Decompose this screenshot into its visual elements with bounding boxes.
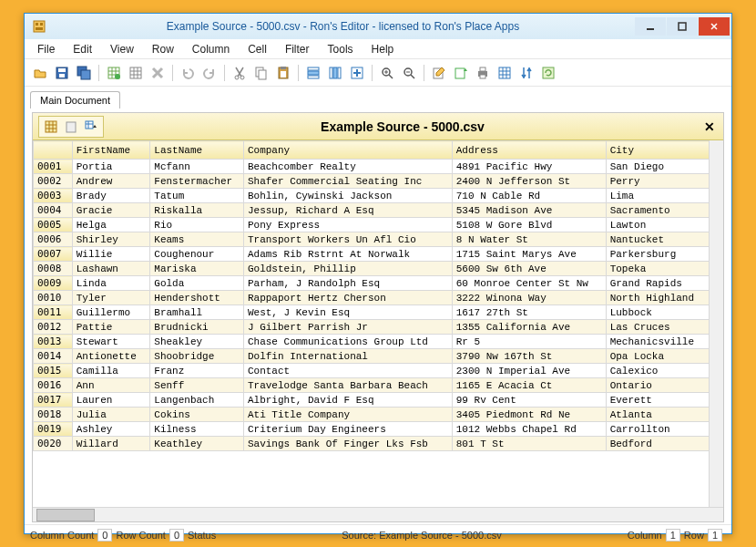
cell[interactable]: Brady (72, 189, 150, 203)
cell[interactable]: Lima (606, 189, 722, 203)
row-number[interactable]: 0018 (34, 408, 73, 422)
minimize-button[interactable] (635, 17, 666, 36)
cell[interactable]: Albright, David F Esq (243, 393, 452, 408)
cell[interactable]: Stewart (72, 335, 150, 349)
cell[interactable]: Shoobridge (150, 349, 244, 364)
cell[interactable]: Lashawn (72, 262, 150, 276)
cell[interactable]: 1012 Webbs Chapel Rd (452, 422, 606, 437)
table-row[interactable]: 0020WillardKeathleySavings Bank Of Finge… (34, 437, 723, 451)
row-number[interactable]: 0008 (34, 262, 73, 276)
cell[interactable]: 2300 N Imperial Ave (452, 364, 606, 378)
maximize-button[interactable] (667, 17, 698, 36)
cell[interactable]: Andrew (72, 174, 150, 189)
cell[interactable]: J Gilbert Parrish Jr (243, 320, 452, 335)
table-row[interactable]: 0014AntionetteShoobridgeDolfin Internati… (34, 349, 723, 364)
cell[interactable]: Atlanta (606, 408, 722, 422)
row-number[interactable]: 0013 (34, 335, 73, 349)
cell[interactable]: Langenbach (150, 393, 244, 408)
row-number[interactable]: 0006 (34, 232, 73, 247)
grid-dropdown-icon[interactable] (83, 119, 99, 135)
document-close-button[interactable]: ✕ (701, 119, 718, 135)
cell[interactable]: Willard (72, 437, 150, 451)
column-header-lastname[interactable]: LastName (150, 141, 244, 160)
cell[interactable]: Willie (72, 247, 150, 262)
delete-icon[interactable] (148, 63, 168, 83)
cell[interactable]: Pony Express (243, 218, 452, 232)
cell[interactable]: Camilla (72, 364, 150, 378)
redo-icon[interactable] (199, 63, 220, 83)
menu-view[interactable]: View (101, 40, 143, 58)
cell[interactable]: Pattie (72, 320, 150, 335)
row-number[interactable]: 0016 (34, 378, 73, 393)
cell[interactable]: Everett (606, 393, 722, 408)
zoom-out-icon[interactable] (399, 63, 419, 83)
menu-row[interactable]: Row (143, 40, 183, 58)
cell[interactable]: Ati Title Company (243, 408, 452, 422)
cell[interactable]: Tyler (72, 291, 150, 305)
cell[interactable]: Transport Workers Un Afl Cio (243, 232, 452, 247)
table-row[interactable]: 0002AndrewFenstermacherShafer Commercial… (34, 174, 723, 189)
cell[interactable]: 1715 Saint Marys Ave (452, 247, 606, 262)
cell[interactable]: Coughenour (150, 247, 244, 262)
insert-col-icon[interactable] (325, 63, 345, 83)
cell[interactable]: Antionette (72, 349, 150, 364)
cell[interactable]: Kilness (150, 422, 244, 437)
cell[interactable]: Parham, J Randolph Esq (243, 276, 452, 291)
table-row[interactable]: 0016AnnSenffTravelodge Santa Barbara Bea… (34, 378, 723, 393)
cell[interactable]: Topeka (606, 262, 722, 276)
cell[interactable]: San Diego (606, 160, 722, 174)
cell[interactable]: Shirley (72, 232, 150, 247)
row-number[interactable]: 0009 (34, 276, 73, 291)
cell[interactable]: Criterium Day Engineers (243, 422, 452, 437)
cell[interactable]: Goldstein, Phillip (243, 262, 452, 276)
cell[interactable]: 5108 W Gore Blvd (452, 218, 606, 232)
table-row[interactable]: 0005HelgaRioPony Express5108 W Gore Blvd… (34, 218, 723, 232)
open-icon[interactable] (30, 63, 50, 83)
table-row[interactable]: 0003BradyTatumBohlin, Cywinski Jackson71… (34, 189, 723, 203)
cell[interactable]: Bedford (606, 437, 722, 451)
paste-icon[interactable] (273, 63, 293, 83)
table-row[interactable]: 0004GracieRiskallaJessup, Richard A Esq5… (34, 203, 723, 218)
cell[interactable]: Portia (72, 160, 150, 174)
cell[interactable]: 3790 Nw 167th St (452, 349, 606, 364)
cell[interactable]: 710 N Cable Rd (452, 189, 606, 203)
print-icon[interactable] (473, 63, 493, 83)
menu-column[interactable]: Column (183, 40, 239, 58)
menu-cell[interactable]: Cell (239, 40, 276, 58)
edit-icon[interactable] (429, 63, 449, 83)
cell[interactable]: Rr 5 (452, 335, 606, 349)
zoom-in-icon[interactable] (377, 63, 397, 83)
grid-options-icon[interactable] (126, 63, 146, 83)
grid-corner[interactable] (34, 141, 73, 160)
cell[interactable]: Keams (150, 232, 244, 247)
settings-icon[interactable] (495, 63, 515, 83)
cell[interactable]: Brudnicki (150, 320, 244, 335)
cell[interactable]: Bohlin, Cywinski Jackson (243, 189, 452, 203)
undo-icon[interactable] (178, 63, 198, 83)
table-row[interactable]: 0001PortiaMcfannBeachcomber Realty4891 P… (34, 160, 723, 174)
table-row[interactable]: 0008LashawnMariskaGoldstein, Phillip5600… (34, 262, 723, 276)
row-number[interactable]: 0002 (34, 174, 73, 189)
cell[interactable]: Las Cruces (606, 320, 722, 335)
table-row[interactable]: 0019AshleyKilnessCriterium Day Engineers… (34, 422, 723, 437)
menu-help[interactable]: Help (363, 40, 404, 58)
row-number[interactable]: 0007 (34, 247, 73, 262)
cell[interactable]: Carrollton (606, 422, 722, 437)
close-button[interactable] (699, 17, 730, 36)
cell[interactable]: Bramhall (150, 305, 244, 320)
column-header-city[interactable]: City (606, 141, 722, 160)
cell[interactable]: Lubbock (606, 305, 722, 320)
cell[interactable]: Calexico (606, 364, 722, 378)
cell[interactable]: Sacramento (606, 203, 722, 218)
table-row[interactable]: 0006ShirleyKeamsTransport Workers Un Afl… (34, 232, 723, 247)
menu-tools[interactable]: Tools (319, 40, 363, 58)
sort-icon[interactable] (516, 63, 536, 83)
row-number[interactable]: 0019 (34, 422, 73, 437)
cell[interactable]: West, J Kevin Esq (243, 305, 452, 320)
cell[interactable]: Senff (150, 378, 244, 393)
cell[interactable]: Helga (72, 218, 150, 232)
cell[interactable]: Adams Rib Rstrnt At Norwalk (243, 247, 452, 262)
data-grid[interactable]: FirstNameLastNameCompanyAddressCity 0001… (33, 140, 723, 451)
menu-file[interactable]: File (28, 40, 64, 58)
cell[interactable]: Contact (243, 364, 452, 378)
